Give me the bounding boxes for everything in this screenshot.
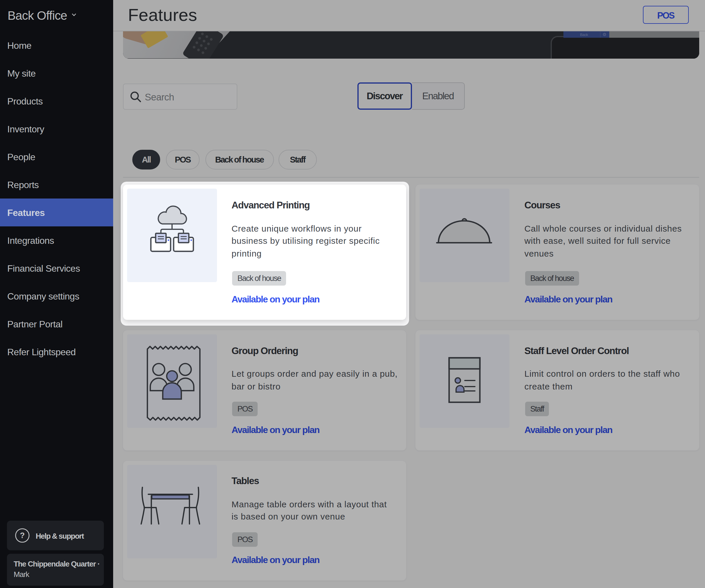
svg-text:?: ?	[20, 531, 25, 540]
